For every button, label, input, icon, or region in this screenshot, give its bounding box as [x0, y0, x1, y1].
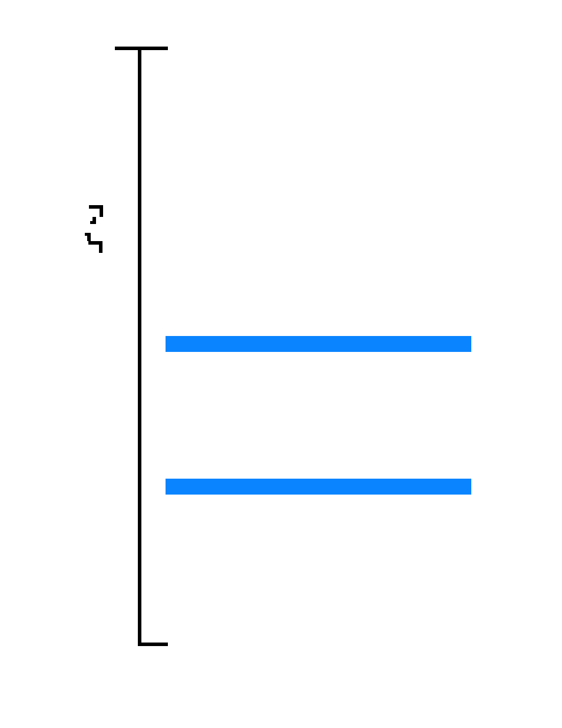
- glyph-2-part: [87, 235, 91, 241]
- bracket-bottom-segment: [138, 643, 168, 646]
- bracket-vertical-segment: [138, 47, 141, 646]
- glyph-1-part: [100, 209, 103, 217]
- glyph-1-part: [90, 221, 96, 224]
- blue-bar-1: [166, 336, 471, 352]
- blue-bar-2: [166, 479, 471, 495]
- bracket-top-segment: [115, 47, 168, 50]
- glyph-2-part: [99, 245, 103, 253]
- glyph-2-part: [85, 233, 91, 236]
